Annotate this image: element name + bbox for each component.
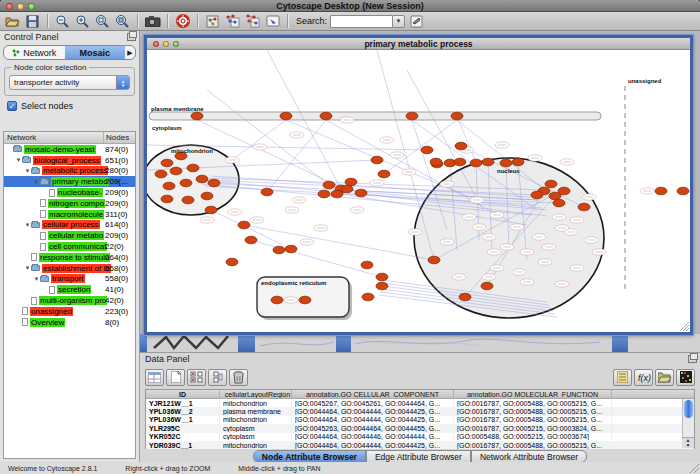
view-resize-grip[interactable]: [680, 322, 689, 331]
scrollbar-arrows[interactable]: ▲▼: [682, 437, 694, 448]
tree-column-nodes[interactable]: Nodes: [104, 132, 135, 143]
expand-arrow-icon[interactable]: ▼: [24, 265, 31, 271]
tree-row-label[interactable]: macromolecule: [48, 210, 104, 219]
tree-row-label[interactable]: nucleobase-: [57, 188, 103, 197]
network-view-window[interactable]: primary metabolic process plasma membran…: [144, 35, 693, 335]
data-panel: Data Panel f(x) ID_cellularLayoutRegiona…: [140, 352, 700, 462]
tree-row[interactable]: cell communicat22(0): [4, 241, 135, 252]
tree-column-network[interactable]: Network: [4, 132, 104, 143]
column-header[interactable]: ID: [146, 390, 220, 398]
tree-row-label[interactable]: metabolic process: [42, 166, 108, 175]
tree-row[interactable]: ▼transport558(0): [4, 274, 135, 285]
tree-row-node-count: 614(0): [105, 220, 128, 229]
delete-attribute-icon[interactable]: [229, 369, 248, 386]
folder-icon: [40, 276, 49, 282]
tree-row[interactable]: response to stimulu264(0): [4, 252, 135, 263]
tree-row-label[interactable]: unassigned: [30, 307, 73, 316]
table-cell: [GO:0045267, GO:0045261, GO:0044464, G..…: [292, 400, 454, 407]
table-row[interactable]: YKR052Ccytoplasm[GO:0044464, GO:0044446,…: [146, 433, 694, 441]
select-nodes-checkbox[interactable]: ✓: [7, 101, 17, 111]
tree-row-label[interactable]: multi-organism pro: [39, 296, 107, 305]
title-bar[interactable]: Cytoscape Desktop (New Session): [0, 0, 700, 12]
scrollbar-thumb[interactable]: [684, 400, 693, 418]
table-row[interactable]: YPL036W__1mitochondrion[GO:0044464, GO:0…: [146, 416, 694, 424]
unselect-attributes-icon[interactable]: [208, 369, 227, 386]
mitochondrion-label: mitochondrion: [171, 148, 213, 154]
open-session-icon[interactable]: [4, 13, 21, 29]
destroy-view-icon[interactable]: [224, 13, 241, 29]
expand-arrow-icon[interactable]: ▼: [15, 157, 22, 163]
tree-row[interactable]: secretion41(0): [4, 284, 135, 295]
expand-arrow-icon[interactable]: ▼: [33, 276, 40, 282]
new-attribute-icon[interactable]: [166, 369, 185, 386]
select-attributes-icon[interactable]: [187, 369, 206, 386]
zoom-fit-icon[interactable]: [94, 13, 111, 29]
table-row[interactable]: YDR039C__1mitochondrion[GO:0044464, GO:0…: [146, 441, 694, 449]
destroy-network-icon[interactable]: [244, 13, 261, 29]
network-view-titlebar[interactable]: primary metabolic process: [147, 38, 690, 50]
help-lifesaver-icon[interactable]: [174, 13, 191, 29]
formula-icon[interactable]: f(x): [634, 369, 653, 386]
tree-row[interactable]: cellular metabo209(0): [4, 230, 135, 241]
search-options-icon[interactable]: [408, 13, 425, 29]
column-header[interactable]: annotation.GO MOLECULAR_FUNCTION: [454, 390, 612, 398]
column-header[interactable]: _cellularLayoutRegion: [220, 390, 292, 398]
tree-row[interactable]: macromolecule311(0): [4, 209, 135, 220]
tree-row-label[interactable]: mosaic-demo-yeast: [24, 145, 96, 154]
tree-row-label[interactable]: cellular metabo: [48, 231, 104, 240]
tab-network[interactable]: Network: [4, 46, 65, 59]
matrix-icon[interactable]: [676, 369, 695, 386]
save-session-icon[interactable]: [24, 13, 41, 29]
tree-row-label[interactable]: response to stimulu: [39, 253, 110, 262]
network-canvas[interactable]: plasma membranecytoplasmmitochondrionnuc…: [147, 50, 690, 332]
tree-row-label[interactable]: primary metabo: [51, 177, 109, 186]
tree-row[interactable]: multi-organism pro42(0): [4, 295, 135, 306]
create-view-icon[interactable]: [204, 13, 221, 29]
table-row[interactable]: YLR295Ccytoplasm[GO:0045263, GO:0044464,…: [146, 424, 694, 432]
expand-arrow-icon[interactable]: ▼: [24, 168, 31, 174]
tab-mosaic[interactable]: Mosaic: [65, 46, 126, 59]
tree-row[interactable]: ▼cellular process614(0): [4, 220, 135, 231]
plasma-membrane-region: [149, 112, 601, 120]
import-attributes-icon[interactable]: [655, 369, 674, 386]
attribute-list-icon[interactable]: [613, 369, 632, 386]
column-header[interactable]: annotation.GO CELLULAR_COMPONENT: [292, 390, 454, 398]
zoom-selected-icon[interactable]: [114, 13, 131, 29]
file-icon: [49, 286, 55, 294]
tree-row[interactable]: mosaic-demo-yeast874(0): [4, 144, 135, 155]
tree-row[interactable]: ▼primary metabo209(...: [4, 176, 135, 187]
tree-row-label[interactable]: nitrogen compo: [48, 199, 105, 208]
edit-network-icon[interactable]: [264, 13, 281, 29]
tree-row[interactable]: Overview8(0): [4, 317, 135, 328]
node-color-dropdown[interactable]: transporter activity ▴▾: [9, 75, 130, 90]
window-resize-grip[interactable]: [690, 464, 699, 473]
endoplasmic-reticulum-label: endoplasmic reticulum: [261, 280, 326, 286]
snapshot-camera-icon[interactable]: [144, 13, 161, 29]
search-dropdown-arrow-icon[interactable]: ▼: [392, 15, 405, 28]
tree-row-label[interactable]: transport: [51, 274, 85, 283]
tree-row-label[interactable]: establishment of lo: [42, 264, 111, 273]
table-row[interactable]: YPL036W__2plasma membrane[GO:0044464, GO…: [146, 407, 694, 415]
network-graph[interactable]: plasma membranecytoplasmmitochondrionnuc…: [147, 50, 690, 332]
zoom-in-icon[interactable]: [74, 13, 91, 29]
tree-row-label[interactable]: cellular process: [42, 220, 100, 229]
tree-row[interactable]: ▼establishment of lo558(0): [4, 263, 135, 274]
tree-row[interactable]: ▼metabolic process280(0): [4, 166, 135, 177]
float-panel-icon[interactable]: [688, 355, 697, 363]
tab-overflow-arrow-icon[interactable]: ▶: [125, 49, 135, 57]
select-all-attributes-icon[interactable]: [145, 369, 164, 386]
tree-row[interactable]: unassigned223(0): [4, 306, 135, 317]
float-panel-icon[interactable]: [127, 33, 136, 41]
expand-arrow-icon[interactable]: ▼: [24, 222, 31, 228]
zoom-out-icon[interactable]: [54, 13, 71, 29]
expand-arrow-icon[interactable]: ▼: [33, 179, 40, 185]
table-row[interactable]: YJR121W__1mitochondrion[GO:0045267, GO:0…: [146, 399, 694, 407]
tree-row[interactable]: nitrogen compo209(0): [4, 198, 135, 209]
tree-row-label[interactable]: Overview: [30, 318, 65, 327]
tree-row-label[interactable]: cell communicat: [48, 242, 107, 251]
tree-row-label[interactable]: secretion: [57, 285, 91, 294]
tree-row[interactable]: ▼biological_process651(0): [4, 155, 135, 166]
tree-row-label[interactable]: biological_process: [33, 156, 101, 165]
search-input[interactable]: [330, 15, 392, 28]
tree-row[interactable]: nucleobase-209(0): [4, 187, 135, 198]
